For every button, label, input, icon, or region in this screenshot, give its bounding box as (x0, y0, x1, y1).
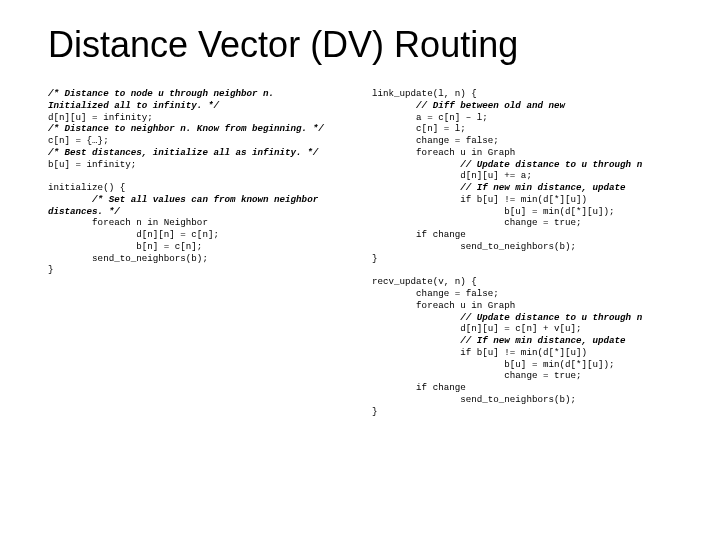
left-column: /* Distance to node u through neighbor n… (48, 88, 356, 417)
comment-text: // If new min distance, update (372, 182, 626, 193)
comment-text: // Update distance to u through n (372, 312, 642, 323)
right-column: link_update(l, n) { // Diff between old … (372, 88, 680, 417)
code-line: if b[u] != min(d[*][u]) b[u] = min(d[*][… (372, 347, 615, 417)
code-left: /* Distance to node u through neighbor n… (48, 88, 356, 276)
slide-title: Distance Vector (DV) Routing (48, 24, 680, 66)
comment-text: /* Distance to node u through neighbor n… (48, 88, 274, 111)
code-line: initialize() { (48, 182, 125, 193)
content-columns: /* Distance to node u through neighbor n… (48, 88, 680, 417)
comment-text: // Update distance to u through n (372, 159, 642, 170)
comment-text: /* Set all values can from known neighbo… (48, 194, 318, 217)
code-right: link_update(l, n) { // Diff between old … (372, 88, 680, 417)
comment-text: // Diff between old and new (372, 100, 565, 111)
code-line: if b[u] != min(d[*][u]) b[u] = min(d[*][… (372, 194, 615, 264)
code-line: d[n][u] = c[n] + v[u]; (372, 323, 582, 334)
code-line: foreach n in Neighbor d[n][n] = c[n]; b[… (48, 217, 219, 275)
code-line: recv_update(v, n) { change = false; fore… (372, 276, 515, 311)
code-line: b[u] = infinity; (48, 159, 136, 170)
slide: Distance Vector (DV) Routing /* Distance… (0, 0, 720, 540)
comment-text: // If new min distance, update (372, 335, 626, 346)
code-line: c[n] = {…}; (48, 135, 109, 146)
code-line: link_update(l, n) { (372, 88, 477, 99)
code-line: d[n][u] = infinity; (48, 112, 153, 123)
comment-text: /* Best distances, initialize all as inf… (48, 147, 318, 158)
comment-text: /* Distance to neighbor n. Know from beg… (48, 123, 324, 134)
code-line: d[n][u] += a; (372, 170, 532, 181)
code-line: a = c[n] – l; c[n] = l; change = false; … (372, 112, 515, 158)
